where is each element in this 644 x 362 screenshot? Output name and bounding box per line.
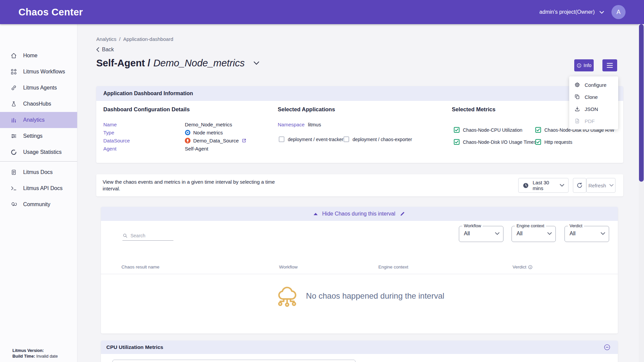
engine-context-filter-select[interactable]: Engine context All bbox=[512, 226, 556, 242]
breadcrumb-separator: / bbox=[119, 36, 120, 42]
info-button[interactable]: Info bbox=[574, 59, 594, 71]
search-input[interactable] bbox=[130, 233, 170, 238]
project-name: admin's project(Owner) bbox=[539, 9, 595, 15]
project-switcher[interactable]: admin's project(Owner) bbox=[539, 9, 604, 15]
avatar[interactable]: A bbox=[611, 5, 626, 19]
version-info: Litmus Version: Build Time: Invalid date bbox=[12, 348, 58, 359]
table-header-row: Chaos result name Workflow Engine contex… bbox=[101, 260, 618, 274]
verdict-filter-select[interactable]: Verdict All bbox=[565, 226, 609, 242]
menu-item-configure[interactable]: Configure bbox=[569, 79, 618, 91]
application-checkbox-chaos-exporter[interactable]: deployment / chaos-exporter bbox=[343, 136, 412, 142]
sidebar-item-chaoshubs[interactable]: ChaosHubs bbox=[0, 96, 77, 112]
scrollbar-track[interactable] bbox=[639, 24, 644, 362]
column-engine-context: Engine context bbox=[378, 260, 408, 274]
build-time-label: Build Time: bbox=[12, 354, 35, 359]
time-range-value: Last 30 mins bbox=[533, 180, 556, 191]
options-dropdown-menu: Configure Clone JSON PDF bbox=[569, 76, 618, 129]
info-icon bbox=[577, 63, 582, 68]
checkbox-checked[interactable] bbox=[535, 139, 541, 145]
link-icon bbox=[10, 84, 17, 92]
sidebar-item-litmus-docs[interactable]: Litmus Docs bbox=[0, 164, 77, 180]
name-label: Name bbox=[103, 122, 185, 127]
hamburger-icon bbox=[607, 63, 613, 68]
verdict-info-icon[interactable] bbox=[528, 265, 533, 269]
chevron-down-icon bbox=[547, 232, 552, 235]
agent-name: Self-Agent / bbox=[96, 58, 150, 69]
application-checkbox-event-tracker[interactable]: deployment / event-tracker bbox=[279, 136, 343, 142]
menu-item-json[interactable]: JSON bbox=[569, 103, 618, 115]
namespace-value: litmus bbox=[308, 122, 321, 127]
checkbox-unchecked[interactable] bbox=[279, 136, 284, 142]
agent-label: Agent bbox=[103, 146, 185, 152]
dashboard-switch-caret[interactable] bbox=[254, 61, 259, 65]
more-options-button[interactable] bbox=[602, 59, 617, 71]
dashboard-name: Demo_Node_metrics bbox=[153, 58, 245, 69]
workflow-filter-label: Workflow bbox=[462, 224, 483, 228]
scrollbar-thumb[interactable] bbox=[639, 24, 644, 182]
sidebar-item-litmus-workflows[interactable]: Litmus Workflows bbox=[0, 64, 77, 80]
bar-chart-icon bbox=[10, 116, 17, 124]
empty-message: No chaos happened during the interval bbox=[306, 291, 444, 301]
verdict-filter-value: All bbox=[570, 231, 576, 237]
breadcrumb-analytics[interactable]: Analytics bbox=[96, 36, 116, 42]
namespace-label: Namespace bbox=[278, 122, 308, 127]
hide-chaos-label[interactable]: Hide Chaos during this interval bbox=[322, 211, 395, 217]
time-interval-panel: View the chaos events and metrics in a g… bbox=[96, 174, 623, 196]
interval-description: View the chaos events and metrics in a g… bbox=[103, 179, 287, 192]
checkbox-checked[interactable] bbox=[535, 127, 541, 133]
refresh-label: Refresh bbox=[588, 183, 606, 188]
collapse-arrow-icon[interactable] bbox=[314, 213, 318, 215]
edit-pencil-icon[interactable] bbox=[400, 211, 405, 217]
metric-checkbox-http-requests[interactable]: Http requests bbox=[535, 139, 572, 145]
chevron-down-icon bbox=[599, 11, 604, 14]
usage-circle-icon bbox=[10, 148, 17, 156]
checkbox-checked[interactable] bbox=[454, 127, 460, 133]
sliders-icon bbox=[10, 132, 17, 140]
menu-item-clone[interactable]: Clone bbox=[569, 91, 618, 103]
app-header: Chaos Center admin's project(Owner) A bbox=[0, 0, 644, 24]
refresh-icon bbox=[576, 182, 583, 189]
chat-bubbles-icon bbox=[10, 201, 17, 208]
minus-circle-icon[interactable] bbox=[604, 344, 610, 351]
sidebar-item-community[interactable]: Community bbox=[0, 196, 77, 213]
sidebar-item-settings[interactable]: Settings bbox=[0, 128, 77, 144]
breadcrumb-application-dashboard[interactable]: Application-dashboard bbox=[123, 36, 173, 42]
back-button[interactable]: Back bbox=[96, 47, 114, 53]
engine-context-filter-label: Engine context bbox=[515, 224, 546, 228]
search-field[interactable] bbox=[122, 233, 173, 241]
empty-state: No chaos happened during the interval bbox=[101, 283, 618, 309]
cpu-panel-title: CPU Utilization Metrics bbox=[106, 344, 163, 350]
column-verdict: Verdict bbox=[513, 260, 526, 274]
prometheus-icon bbox=[185, 138, 191, 143]
refresh-interval-dropdown[interactable]: Refresh bbox=[586, 178, 615, 193]
copy-icon bbox=[574, 94, 580, 100]
agent-value: Self-Agent bbox=[185, 146, 208, 152]
sidebar-item-analytics[interactable]: Analytics bbox=[0, 112, 77, 128]
workflow-filter-select[interactable]: Workflow All bbox=[459, 226, 503, 242]
panel-title: Application Dashboard Information bbox=[103, 90, 193, 97]
refresh-now-button[interactable] bbox=[573, 178, 586, 193]
metric-checkbox-cpu-utilization[interactable]: Chaos-Node-CPU Utilization bbox=[454, 127, 522, 133]
time-range-selector[interactable]: Last 30 mins bbox=[518, 178, 569, 193]
app-title: Chaos Center bbox=[18, 0, 83, 24]
configuration-section-title: Dashboard Configuration Details bbox=[103, 106, 190, 113]
applications-section-title: Selected Applications bbox=[278, 106, 335, 113]
sidebar-item-litmus-agents[interactable]: Litmus Agents bbox=[0, 80, 77, 96]
gear-icon bbox=[574, 82, 580, 88]
cpu-filter-box[interactable] bbox=[112, 360, 356, 362]
sidebar-item-usage-statistics[interactable]: Usage Statistics bbox=[0, 144, 77, 160]
checkbox-unchecked[interactable] bbox=[343, 136, 349, 142]
chevron-down-icon bbox=[495, 232, 499, 235]
sidebar-item-home[interactable]: Home bbox=[0, 48, 77, 64]
home-icon bbox=[10, 52, 17, 59]
external-link-icon[interactable] bbox=[241, 138, 247, 143]
chevron-down-icon bbox=[601, 232, 605, 235]
panel-header: Application Dashboard Information bbox=[96, 86, 623, 101]
hide-chaos-toggle-bar[interactable]: Hide Chaos during this interval bbox=[101, 207, 618, 221]
chaos-table-panel: Hide Chaos during this interval Workflow… bbox=[101, 207, 618, 334]
checkbox-checked[interactable] bbox=[454, 139, 460, 145]
column-workflow: Workflow bbox=[279, 260, 298, 274]
clock-icon bbox=[523, 182, 529, 189]
sidebar-item-litmus-api-docs[interactable]: Litmus API Docs bbox=[0, 180, 77, 196]
metric-checkbox-disk-io-usage-times[interactable]: Chaos-Node-Disk I/O Usage Times bbox=[454, 139, 536, 145]
